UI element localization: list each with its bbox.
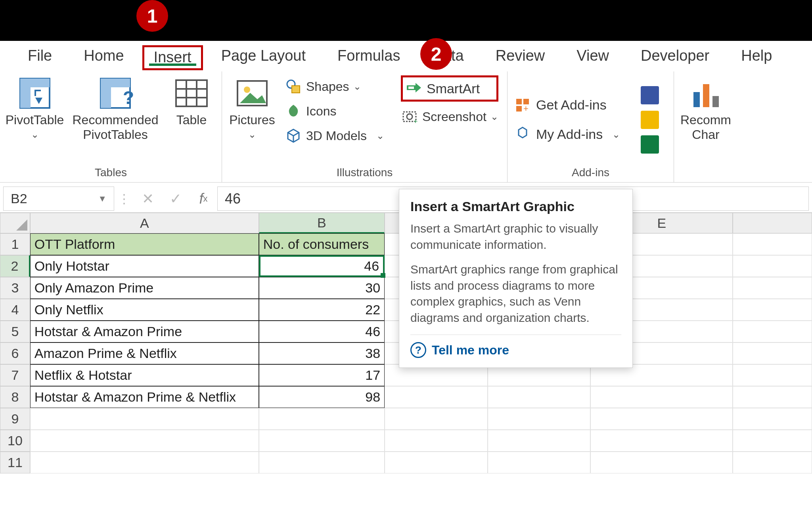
tab-developer[interactable]: Developer <box>625 44 725 71</box>
cell[interactable] <box>733 299 812 321</box>
cell[interactable] <box>733 430 812 452</box>
enter-edit-button[interactable]: ✓ <box>162 185 190 212</box>
cell[interactable] <box>733 408 812 430</box>
cell-a2[interactable]: Only Hotstar <box>30 255 259 277</box>
pictures-button[interactable]: Pictures ⌄ <box>228 75 276 140</box>
visio-icon[interactable] <box>641 86 659 104</box>
table-icon <box>174 75 209 111</box>
tell-me-more-link[interactable]: ? Tell me more <box>410 342 621 358</box>
shapes-button[interactable]: Shapes ⌄ <box>285 75 384 98</box>
cell-b1[interactable]: No. of consumers <box>259 233 385 255</box>
row-header[interactable]: 1 <box>0 233 30 255</box>
cancel-edit-button[interactable]: ✕ <box>134 185 162 212</box>
pictures-icon <box>234 75 270 111</box>
cell[interactable] <box>733 277 812 299</box>
get-addins-icon: + <box>514 96 531 114</box>
cell[interactable] <box>733 364 812 386</box>
fx-button[interactable]: fx <box>190 185 217 212</box>
cell[interactable] <box>259 430 385 452</box>
get-addins-button[interactable]: + Get Add-ins <box>514 96 620 114</box>
cell[interactable] <box>259 408 385 430</box>
cell-b5[interactable]: 46 <box>259 321 385 342</box>
recommended-pivottables-button[interactable]: ? Recommended PivotTables <box>72 75 159 142</box>
cell[interactable] <box>385 430 488 452</box>
col-header-f[interactable] <box>733 213 812 233</box>
cell[interactable] <box>488 408 591 430</box>
row-header[interactable]: 6 <box>0 342 30 364</box>
cell-b2[interactable]: 46 <box>259 255 385 277</box>
shapes-icon <box>285 78 302 95</box>
cell-a3[interactable]: Only Amazon Prime <box>30 277 259 299</box>
tab-insert[interactable]: Insert <box>142 45 203 70</box>
cell[interactable] <box>488 452 591 473</box>
cell-b7[interactable]: 17 <box>259 364 385 386</box>
3d-models-button[interactable]: 3D Models ⌄ <box>285 125 384 147</box>
col-header-b[interactable]: B <box>259 213 385 233</box>
cell[interactable] <box>30 452 259 473</box>
my-addins-button[interactable]: My Add-ins ⌄ <box>514 126 620 143</box>
tab-file[interactable]: File <box>12 44 68 71</box>
cell[interactable] <box>733 452 812 473</box>
row-header[interactable]: 4 <box>0 299 30 321</box>
row-header[interactable]: 8 <box>0 386 30 408</box>
row-header[interactable]: 10 <box>0 430 30 452</box>
cell[interactable] <box>30 430 259 452</box>
cell-a5[interactable]: Hotstar & Amazon Prime <box>30 321 259 342</box>
recommended-charts-button[interactable]: Recomm Char <box>680 75 731 142</box>
cell[interactable] <box>488 386 591 408</box>
row-header[interactable]: 11 <box>0 452 30 473</box>
cell[interactable] <box>733 321 812 342</box>
cell[interactable] <box>590 408 733 430</box>
cell[interactable] <box>385 452 488 473</box>
cell[interactable] <box>590 430 733 452</box>
cell-a8[interactable]: Hotstar & Amazon Prime & Netflix <box>30 386 259 408</box>
row-header[interactable]: 3 <box>0 277 30 299</box>
row-header[interactable]: 7 <box>0 364 30 386</box>
icons-button[interactable]: Icons <box>285 100 384 122</box>
col-header-a[interactable]: A <box>30 213 259 233</box>
help-icon: ? <box>410 342 426 358</box>
cell[interactable] <box>590 386 733 408</box>
smartart-button[interactable]: SmartArt <box>401 75 498 102</box>
svg-point-13 <box>244 87 250 93</box>
screenshot-button[interactable]: + Screenshot ⌄ <box>401 106 498 128</box>
cell-a6[interactable]: Amazon Prime & Netflix <box>30 342 259 364</box>
cell[interactable] <box>733 233 812 255</box>
cell-b4[interactable]: 22 <box>259 299 385 321</box>
cell[interactable] <box>733 255 812 277</box>
screenshot-label: Screenshot <box>422 110 486 124</box>
cell[interactable] <box>590 452 733 473</box>
chevron-down-icon[interactable]: ▼ <box>98 194 107 204</box>
cell-b3[interactable]: 30 <box>259 277 385 299</box>
tab-view[interactable]: View <box>561 44 625 71</box>
table-button[interactable]: Table <box>168 75 215 127</box>
row-header[interactable]: 5 <box>0 321 30 342</box>
name-box-value: B2 <box>11 191 27 206</box>
name-box[interactable]: B2 ▼ <box>3 187 114 211</box>
pivottable-button[interactable]: PivotTable ⌄ <box>6 75 63 140</box>
select-all-corner[interactable] <box>0 213 30 233</box>
tab-help[interactable]: Help <box>725 44 788 71</box>
cell[interactable] <box>259 452 385 473</box>
row-header[interactable]: 9 <box>0 408 30 430</box>
tab-page-layout[interactable]: Page Layout <box>205 44 322 71</box>
tab-review[interactable]: Review <box>480 44 561 71</box>
cell[interactable] <box>385 408 488 430</box>
people-graph-icon[interactable] <box>641 135 659 154</box>
cell[interactable] <box>488 430 591 452</box>
cell[interactable] <box>733 386 812 408</box>
cell[interactable] <box>30 408 259 430</box>
cell-b6[interactable]: 38 <box>259 342 385 364</box>
cell-a4[interactable]: Only Netflix <box>30 299 259 321</box>
chevron-down-icon: ⌄ <box>353 81 361 92</box>
cell[interactable] <box>733 342 812 364</box>
row-header[interactable]: 2 <box>0 255 30 277</box>
cell-a1[interactable]: OTT Platform <box>30 233 259 255</box>
bar-separator: ⋮ <box>114 185 134 212</box>
cell[interactable] <box>385 386 488 408</box>
tab-home[interactable]: Home <box>68 44 140 71</box>
tab-formulas[interactable]: Formulas <box>322 44 416 71</box>
cell-a7[interactable]: Netflix & Hotstar <box>30 364 259 386</box>
cell-b8[interactable]: 98 <box>259 386 385 408</box>
bing-icon[interactable] <box>641 111 659 129</box>
